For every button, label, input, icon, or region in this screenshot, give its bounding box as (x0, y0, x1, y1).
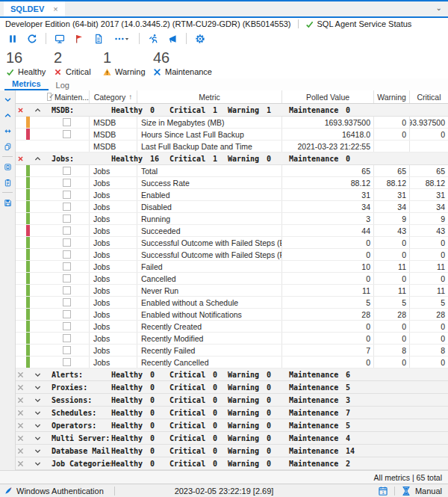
stat-healthy[interactable]: 16Healthy (6, 47, 54, 78)
group-row-msdb[interactable]: MSDB:Healthy0Critical1Warning1Maintenanc… (16, 104, 448, 117)
maintenance-checkbox[interactable] (63, 203, 71, 211)
maintenance-checkbox[interactable] (63, 179, 71, 187)
expand-all-button[interactable] (1, 93, 14, 106)
monitor-button[interactable] (52, 31, 67, 46)
maintenance-checkbox[interactable] (63, 334, 71, 342)
expand-group-chevron[interactable] (31, 419, 45, 431)
expand-group-chevron[interactable] (31, 432, 45, 444)
header-warning-column[interactable]: Warning (374, 90, 410, 103)
metric-row[interactable]: JobsSucceeded444343 (16, 225, 448, 237)
metric-row[interactable]: JobsEnabled without Notifications282828 (16, 309, 448, 321)
group-row-jobs[interactable]: Jobs:Healthy16Critical1Warning0Maintenan… (16, 152, 448, 165)
tab-log[interactable]: Log (49, 81, 77, 90)
group-row-job-categories[interactable]: Job Categories:Healthy0Critical0Warning0… (16, 457, 448, 470)
group-row-alerts[interactable]: Alerts:Healthy0Critical0Warning0Maintena… (16, 368, 448, 381)
collapse-group-chevron[interactable] (31, 104, 45, 116)
metric-row[interactable]: JobsNever Run111111 (16, 285, 448, 297)
row-status-strip-cell (25, 129, 31, 140)
stat-critical[interactable]: 2Critical (54, 47, 103, 78)
maintenance-checkbox[interactable] (63, 191, 71, 199)
pause-button[interactable] (5, 31, 20, 46)
collapse-all-button[interactable] (1, 108, 14, 122)
hourglass-icon[interactable] (401, 486, 411, 496)
fit-columns-button[interactable] (1, 124, 14, 138)
header-maintenance-column[interactable]: Mainten... (45, 90, 90, 103)
metric-row[interactable]: JobsSuccessful Outcome with Failed Steps… (16, 237, 448, 249)
maintenance-checkbox[interactable] (63, 322, 71, 330)
metric-row[interactable]: JobsRecently Modified000 (16, 333, 448, 345)
maintenance-checkbox[interactable] (63, 262, 71, 271)
maintenance-checkbox[interactable] (63, 286, 71, 294)
metric-cell: Cancelled (137, 273, 282, 284)
refresh-button[interactable] (25, 31, 40, 46)
maintenance-checkbox[interactable] (63, 130, 71, 138)
header-critical-column[interactable]: Critical (410, 90, 448, 103)
maintenance-checkbox[interactable] (63, 310, 71, 318)
metric-row[interactable]: JobsSuccess Rate88.1288.1288.12 (16, 177, 448, 189)
expand-group-chevron[interactable] (31, 381, 45, 393)
tab-metrics[interactable]: Metrics (4, 79, 49, 90)
metric-row[interactable]: MSDBHours Since Last Full Backup16418.00… (16, 129, 448, 141)
group-row-multi-server[interactable]: Multi Server:Healthy0Critical0Warning0Ma… (16, 432, 448, 445)
clipboard-button[interactable] (1, 176, 14, 189)
metric-row[interactable]: MSDBSize in Megabytes (MB)1693.937500016… (16, 117, 448, 129)
group-row-database-mail[interactable]: Database Mail:Healthy0Critical0Warning0M… (16, 445, 448, 457)
expand-group-chevron[interactable] (31, 394, 45, 406)
metric-row[interactable]: JobsRecently Cancelled000 (16, 356, 448, 368)
expand-group-chevron[interactable] (31, 445, 45, 457)
metric-row[interactable]: JobsRecently Created000 (16, 321, 448, 333)
metric-row[interactable]: JobsRunning399 (16, 213, 448, 225)
maintenance-checkbox[interactable] (63, 238, 71, 247)
row-status-strip-cell (25, 309, 31, 320)
maintenance-checkbox[interactable] (63, 250, 71, 259)
expand-group-chevron[interactable] (31, 368, 45, 380)
metric-row[interactable]: JobsCancelled000 (16, 273, 448, 285)
expand-group-chevron[interactable] (31, 407, 45, 419)
metric-row[interactable]: JobsEnabled without a Schedule555 (16, 297, 448, 309)
tab-sqldev[interactable]: SQLDEV × (4, 1, 65, 16)
maintenance-checkbox[interactable] (63, 226, 71, 235)
copy-button[interactable] (1, 140, 14, 153)
select-all-checkbox[interactable] (47, 93, 52, 101)
metric-row[interactable]: JobsFailed101111 (16, 261, 448, 273)
export-button[interactable] (1, 160, 14, 173)
warning-threshold: 0 (402, 274, 406, 283)
run-job-button[interactable] (146, 31, 161, 46)
metric-row[interactable]: JobsSuccessful Outcome with Failed Steps… (16, 249, 448, 261)
stat-maintenance[interactable]: 46Maintenance (153, 47, 235, 78)
header-metric-column[interactable]: Metric (137, 90, 282, 103)
group-status-cell (16, 394, 25, 406)
header-category-column[interactable]: Category ↑ (90, 90, 137, 103)
group-row-proxies[interactable]: Proxies:Healthy0Critical0Warning0Mainten… (16, 381, 448, 394)
header-polled-column[interactable]: Polled Value (282, 90, 374, 103)
document-button[interactable] (91, 31, 106, 46)
collapse-group-chevron[interactable] (31, 152, 45, 164)
maintenance-checkbox[interactable] (63, 298, 71, 306)
more-options-button[interactable] (111, 31, 133, 46)
group-row-operators[interactable]: Operators:Healthy0Critical0Warning0Maint… (16, 419, 448, 432)
tab-list-chevron-icon[interactable]: ⌄ (436, 4, 442, 12)
maintenance-checkbox[interactable] (63, 358, 71, 366)
stat-warning[interactable]: 1Warning (103, 47, 153, 78)
metric-row[interactable]: JobsDisabled343434 (16, 201, 448, 213)
maintenance-checkbox[interactable] (63, 167, 71, 175)
metric-row[interactable]: JobsRecently Failed788 (16, 345, 448, 356)
tab-close-icon[interactable]: × (53, 5, 57, 13)
maintenance-checkbox[interactable] (63, 346, 71, 354)
flag-button[interactable] (72, 31, 87, 46)
megaphone-button[interactable] (165, 31, 180, 46)
calendar-icon[interactable]: 1 (378, 486, 388, 496)
save-button[interactable] (1, 196, 14, 209)
gear-button[interactable] (193, 31, 208, 46)
metric-row[interactable]: JobsTotal656565 (16, 165, 448, 177)
group-row-schedules[interactable]: Schedules:Healthy0Critical0Warning0Maint… (16, 407, 448, 419)
expand-group-chevron[interactable] (31, 457, 45, 469)
maintenance-checkbox[interactable] (63, 274, 71, 283)
metric-row[interactable]: JobsEnabled313131 (16, 189, 448, 201)
group-row-sessions[interactable]: Sessions:Healthy0Critical0Warning0Mainte… (16, 394, 448, 407)
maintenance-checkbox[interactable] (63, 214, 71, 223)
row-icon-cell (16, 261, 25, 272)
metric-row[interactable]: MSDBLast Full Backup Date and Time2021-0… (16, 141, 448, 152)
status-strip-healthy (26, 189, 30, 200)
maintenance-checkbox[interactable] (63, 118, 71, 126)
